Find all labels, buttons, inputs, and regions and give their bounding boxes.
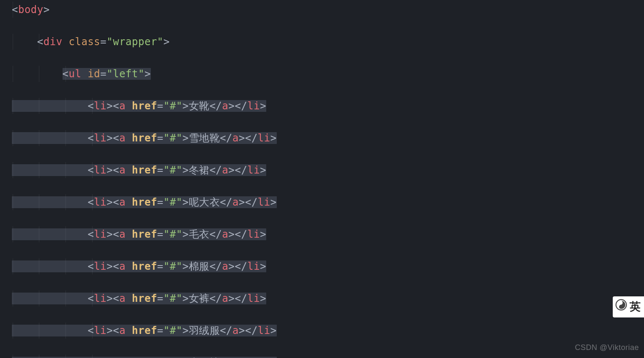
- link-text: 呢大衣: [189, 196, 220, 208]
- tag-div: div: [44, 36, 63, 48]
- tag-body: body: [18, 4, 44, 16]
- sogou-icon: [615, 299, 627, 311]
- tag-ul: ul: [69, 68, 82, 80]
- link-text: 冬裙: [189, 164, 210, 176]
- link-text: 毛衣: [189, 228, 210, 240]
- link-text: 棉服: [189, 260, 210, 272]
- code-editor[interactable]: <body> <div class="wrapper"> <ul id="lef…: [0, 0, 644, 358]
- watermark: CSDN @Viktoriae: [575, 339, 639, 355]
- link-text: 羽绒服: [189, 325, 220, 336]
- ime-text: 英: [630, 299, 641, 315]
- link-text: 女靴: [189, 100, 210, 112]
- link-text: 雪地靴: [189, 132, 220, 144]
- ime-indicator[interactable]: 英: [613, 296, 644, 317]
- link-text: 女裤: [189, 293, 210, 304]
